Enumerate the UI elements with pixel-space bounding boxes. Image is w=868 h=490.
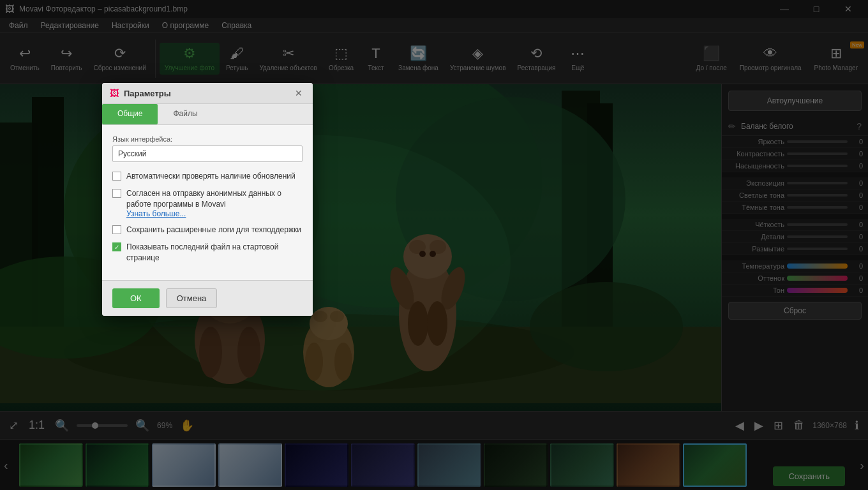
dialog-content: Язык интерфейса: Русский English Deutsch… — [102, 125, 313, 280]
checkbox-anon[interactable] — [112, 189, 121, 198]
language-label: Язык интерфейса: — [112, 135, 303, 143]
settings-dialog: 🖼 Параметры ✕ Общие Файлы Язык интерфейс… — [102, 83, 313, 316]
checkbox-logs[interactable] — [112, 225, 121, 234]
dialog-title: Параметры — [124, 89, 287, 98]
checkbox-updates-row: Автоматически проверять наличие обновлен… — [112, 171, 303, 182]
dialog-tabs: Общие Файлы — [102, 104, 313, 125]
dialog-close-button[interactable]: ✕ — [292, 88, 305, 98]
checkbox-lastfile-label: Показывать последний файл на стартовой с… — [126, 242, 303, 264]
checkbox-lastfile[interactable] — [112, 242, 121, 251]
dialog-tab-files[interactable]: Файлы — [158, 104, 213, 124]
checkbox-logs-row: Сохранить расширенные логи для техподдер… — [112, 225, 303, 235]
dialog-icon: 🖼 — [110, 88, 119, 98]
language-select[interactable]: Русский English Deutsch Français — [112, 145, 303, 162]
checkbox-updates-label: Автоматически проверять наличие обновлен… — [126, 171, 296, 182]
dialog-titlebar: 🖼 Параметры ✕ — [102, 83, 313, 104]
dialog-buttons: ОК Отмена — [102, 280, 313, 316]
checkbox-lastfile-row: Показывать последний файл на стартовой с… — [112, 242, 303, 264]
dialog-tab-general[interactable]: Общие — [102, 104, 158, 124]
language-select-row: Русский English Deutsch Français — [112, 145, 303, 162]
checkbox-updates[interactable] — [112, 172, 121, 181]
checkbox-logs-label: Сохранить расширенные логи для техподдер… — [126, 225, 301, 235]
checkbox-anon-content: Согласен на отправку анонимных данных о … — [126, 188, 303, 219]
checkbox-anon-label: Согласен на отправку анонимных данных о … — [126, 189, 281, 209]
checkbox-anon-row: Согласен на отправку анонимных данных о … — [112, 188, 303, 219]
dialog-ok-button[interactable]: ОК — [112, 288, 160, 308]
dialog-cancel-button[interactable]: Отмена — [166, 288, 218, 308]
modal-overlay: 🖼 Параметры ✕ Общие Файлы Язык интерфейс… — [0, 0, 868, 490]
learn-more-link[interactable]: Узнать больше... — [126, 209, 186, 218]
